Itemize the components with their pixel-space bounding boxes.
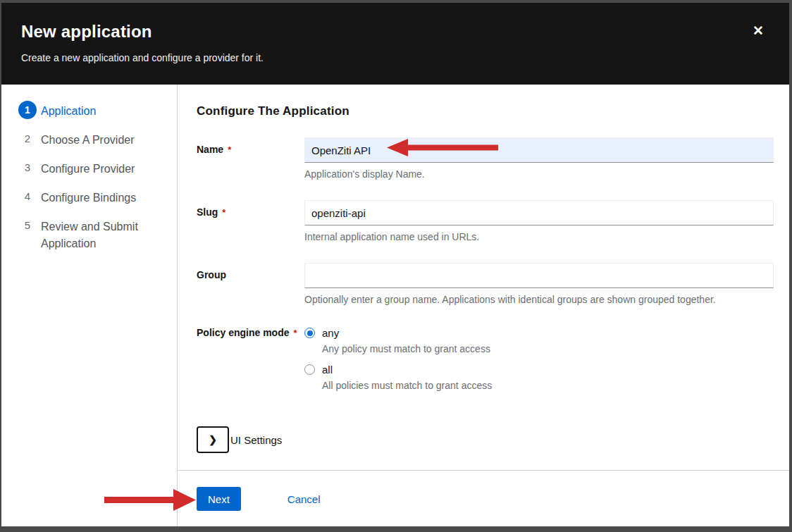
required-asterisk: * <box>293 328 297 338</box>
modal-subtitle: Create a new application and configure a… <box>21 52 740 63</box>
step-label: Choose A Provider <box>41 130 135 149</box>
policy-engine-mode-label: Policy engine mode* <box>197 326 304 400</box>
wizard-step-application[interactable]: 1 Application <box>18 101 164 120</box>
ui-settings-expand-button[interactable]: ❯ <box>197 426 229 453</box>
chevron-right-icon: ❯ <box>209 434 217 445</box>
group-helper-text: Optionally enter a group name. Applicati… <box>304 294 774 305</box>
name-helper-text: Application's display Name. <box>304 168 774 180</box>
radio-all-label: all <box>322 364 333 376</box>
ui-settings-expandable: ❯ UI Settings <box>197 426 774 453</box>
modal-body: 1 Application 2 Choose A Provider 3 Conf… <box>1 85 789 526</box>
wizard-footer: Next Cancel <box>178 470 789 526</box>
form-row-group: Group Optionally enter a group name. App… <box>197 263 774 305</box>
required-asterisk: * <box>228 144 231 155</box>
step-content: Configure The Application Name* Applicat… <box>178 85 789 470</box>
name-field[interactable] <box>304 137 774 163</box>
modal-header: New application Create a new application… <box>1 3 789 85</box>
step-number: 4 <box>18 187 37 206</box>
step-number: 5 <box>18 216 37 235</box>
form-row-policy-engine-mode: Policy engine mode* any Any policy must … <box>197 326 774 400</box>
radio-button-any[interactable] <box>304 328 315 338</box>
wizard-step-review-submit[interactable]: 5 Review and Submit Application <box>18 216 164 252</box>
step-label: Application <box>41 101 96 120</box>
step-heading: Configure The Application <box>197 104 774 118</box>
wizard-step-configure-bindings[interactable]: 4 Configure Bindings <box>18 187 164 206</box>
step-label: Review and Submit Application <box>41 216 143 252</box>
radio-all-helper-text: All policies must match to grant access <box>322 380 774 391</box>
radio-any-label: any <box>322 327 339 339</box>
cancel-button[interactable]: Cancel <box>287 487 321 511</box>
radio-option-any[interactable]: any <box>304 327 774 339</box>
wizard-main-column: Configure The Application Name* Applicat… <box>178 85 789 526</box>
radio-button-all[interactable] <box>304 364 315 375</box>
wizard-step-choose-provider[interactable]: 2 Choose A Provider <box>18 130 164 149</box>
step-number-badge: 1 <box>18 101 37 119</box>
group-label: Group <box>197 263 304 305</box>
slug-helper-text: Internal application name used in URLs. <box>304 231 774 242</box>
new-application-modal: New application Create a new application… <box>1 3 789 526</box>
radio-option-all[interactable]: all <box>304 364 774 376</box>
form-row-name: Name* Application's display Name. <box>197 137 774 180</box>
radio-any-helper-text: Any policy must match to grant access <box>322 343 774 354</box>
form-row-slug: Slug* Internal application name used in … <box>197 200 774 242</box>
step-label: Configure Provider <box>41 159 135 178</box>
step-number: 3 <box>18 159 37 177</box>
ui-settings-label: UI Settings <box>230 434 282 446</box>
wizard-step-configure-provider[interactable]: 3 Configure Provider <box>18 159 164 178</box>
required-asterisk: * <box>222 207 225 218</box>
step-number: 2 <box>18 130 37 148</box>
slug-label: Slug* <box>197 200 304 242</box>
wizard-steps-nav: 1 Application 2 Choose A Provider 3 Conf… <box>1 85 178 526</box>
name-label: Name* <box>197 137 304 180</box>
page-title: New application <box>21 22 740 42</box>
group-field[interactable] <box>304 263 774 288</box>
close-icon[interactable]: ✕ <box>753 24 764 37</box>
step-label: Configure Bindings <box>41 187 136 206</box>
slug-field[interactable] <box>304 200 774 225</box>
next-button[interactable]: Next <box>197 487 241 511</box>
